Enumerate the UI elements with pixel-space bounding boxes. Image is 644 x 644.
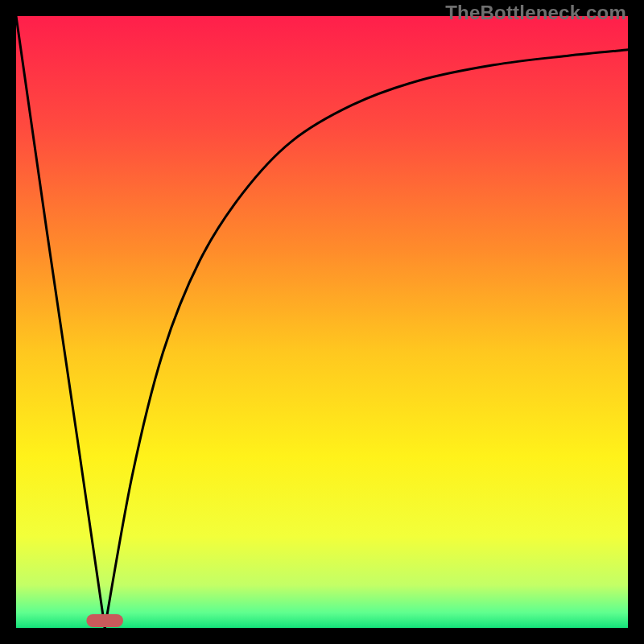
watermark-text: TheBottleneck.com bbox=[445, 2, 626, 24]
gradient-background bbox=[16, 16, 628, 628]
optimum-marker bbox=[86, 614, 123, 627]
plot-area bbox=[16, 16, 628, 628]
chart-svg bbox=[16, 16, 628, 628]
chart-frame: TheBottleneck.com bbox=[0, 0, 644, 644]
